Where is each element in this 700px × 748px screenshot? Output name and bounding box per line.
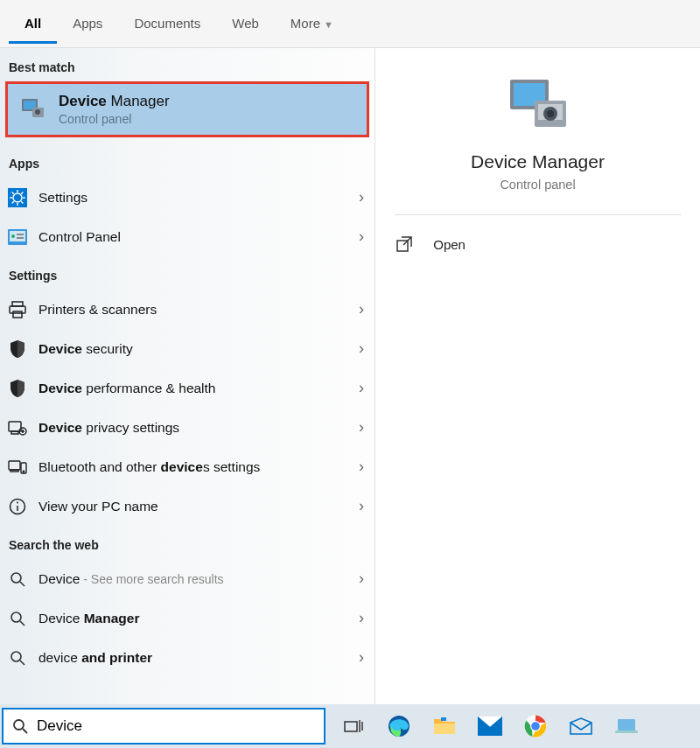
result-label: Control Panel <box>38 229 359 245</box>
preview-subtitle: Control panel <box>500 178 575 192</box>
edge-icon[interactable] <box>380 709 418 744</box>
open-action[interactable]: Open <box>395 231 680 257</box>
web-result-device-manager[interactable]: Device Manager › <box>0 598 374 638</box>
best-match-title: Device Manager <box>59 93 170 110</box>
section-web: Search the web <box>0 526 374 559</box>
svg-rect-18 <box>17 237 24 239</box>
printer-icon <box>7 299 28 320</box>
laptop-icon[interactable] <box>607 709 646 744</box>
shield-icon <box>7 378 28 399</box>
svg-rect-63 <box>618 719 635 731</box>
info-icon <box>7 496 28 517</box>
result-control-panel[interactable]: Control Panel › <box>0 217 374 256</box>
chevron-right-icon: › <box>359 570 364 588</box>
web-result-device[interactable]: Device - See more search results › <box>0 559 374 598</box>
result-pc-name[interactable]: View your PC name › <box>0 486 374 526</box>
chevron-down-icon: ▼ <box>324 19 333 30</box>
svg-point-45 <box>547 110 554 117</box>
result-label: Device performance & health <box>38 381 359 396</box>
svg-point-33 <box>17 501 18 503</box>
tab-web[interactable]: Web <box>216 3 275 44</box>
section-apps: Apps <box>0 144 374 178</box>
result-device-security[interactable]: Device security › <box>0 329 374 368</box>
open-label: Open <box>433 237 466 252</box>
result-bluetooth-devices[interactable]: Bluetooth and other devices settings › <box>0 447 374 486</box>
chrome-icon[interactable] <box>516 709 555 744</box>
result-label: Device - See more search results <box>38 571 359 587</box>
search-icon <box>7 608 28 629</box>
filter-tabs: All Apps Documents Web More▼ <box>0 0 700 48</box>
taskbar <box>0 704 700 748</box>
section-settings: Settings <box>0 256 374 290</box>
result-device-privacy[interactable]: Device privacy settings › <box>0 408 374 447</box>
web-result-device-printer[interactable]: device and printer › <box>0 638 374 677</box>
result-label: View your PC name <box>38 499 359 514</box>
svg-line-35 <box>20 582 24 586</box>
chevron-right-icon: › <box>359 648 364 667</box>
device-manager-icon <box>18 95 46 123</box>
svg-point-16 <box>11 234 15 238</box>
chevron-right-icon: › <box>359 418 364 437</box>
result-label: Settings <box>38 190 359 206</box>
preview-panel: Device Manager Control panel Open <box>374 48 700 704</box>
search-box[interactable] <box>2 708 326 745</box>
chevron-right-icon: › <box>359 458 364 476</box>
svg-rect-20 <box>10 306 25 313</box>
chevron-right-icon: › <box>359 339 364 358</box>
svg-rect-23 <box>11 431 18 434</box>
preview-title: Device Manager <box>471 151 605 172</box>
device-manager-icon <box>503 74 573 136</box>
svg-line-39 <box>20 661 24 665</box>
result-label: Printers & scanners <box>38 302 359 318</box>
file-explorer-icon[interactable] <box>425 709 464 744</box>
result-label: Bluetooth and other devices settings <box>38 459 359 475</box>
tab-documents[interactable]: Documents <box>118 3 216 44</box>
control-panel-icon <box>7 227 28 248</box>
result-device-performance[interactable]: Device performance & health › <box>0 368 374 408</box>
svg-point-3 <box>35 109 40 115</box>
tab-apps[interactable]: Apps <box>57 3 118 44</box>
divider <box>395 214 680 215</box>
devices-icon <box>7 457 28 478</box>
result-label: Device security <box>38 341 359 357</box>
chevron-right-icon: › <box>359 227 364 246</box>
result-label: device and printer <box>38 650 359 666</box>
svg-rect-17 <box>17 234 24 235</box>
svg-rect-54 <box>434 724 455 734</box>
mail-alt-icon[interactable] <box>562 709 600 744</box>
shield-icon <box>7 339 28 360</box>
svg-rect-21 <box>13 311 22 318</box>
svg-line-37 <box>20 621 24 626</box>
tab-more[interactable]: More▼ <box>275 3 349 44</box>
svg-line-49 <box>23 729 27 733</box>
section-best-match: Best match <box>0 48 374 81</box>
svg-rect-64 <box>615 731 638 733</box>
svg-rect-55 <box>441 717 446 721</box>
svg-point-36 <box>11 612 21 622</box>
svg-point-38 <box>11 652 21 661</box>
result-settings[interactable]: Settings › <box>0 178 374 217</box>
svg-marker-62 <box>570 718 592 734</box>
search-icon <box>7 647 28 668</box>
chevron-right-icon: › <box>359 300 364 318</box>
svg-point-61 <box>531 722 540 731</box>
best-match-result[interactable]: Device Manager Control panel <box>5 81 369 137</box>
task-view-icon[interactable] <box>334 709 373 744</box>
svg-point-30 <box>23 471 24 472</box>
svg-point-48 <box>14 720 24 730</box>
result-label: Device Manager <box>38 611 359 626</box>
results-panel: Best match Device Manager Control panel … <box>0 48 374 704</box>
best-match-subtitle: Control panel <box>59 112 170 126</box>
search-input[interactable] <box>37 717 315 735</box>
search-icon <box>12 718 28 734</box>
chevron-right-icon: › <box>359 188 364 206</box>
svg-point-34 <box>11 573 21 583</box>
mail-icon[interactable] <box>471 709 509 744</box>
privacy-icon <box>7 417 28 438</box>
chevron-right-icon: › <box>359 609 364 627</box>
result-printers-scanners[interactable]: Printers & scanners › <box>0 290 374 329</box>
svg-rect-50 <box>345 722 357 731</box>
tab-all[interactable]: All <box>9 3 57 44</box>
chevron-right-icon: › <box>359 379 364 397</box>
settings-icon <box>7 187 28 208</box>
